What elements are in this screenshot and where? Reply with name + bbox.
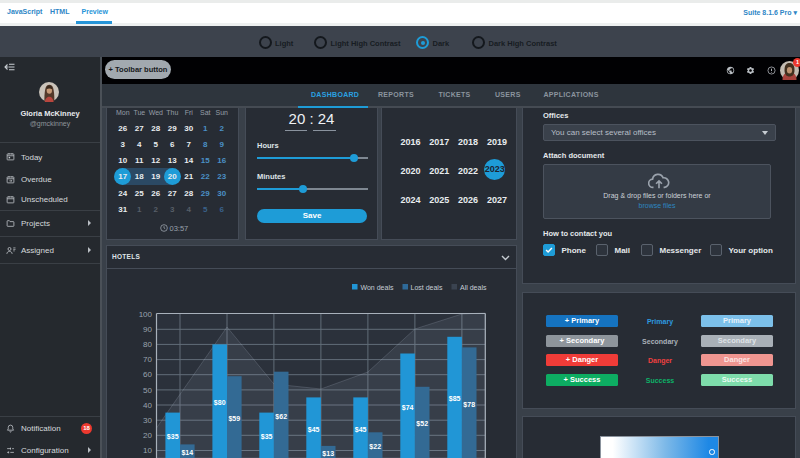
- svg-text:30: 30: [143, 416, 152, 425]
- svg-text:Lost deals: Lost deals: [411, 284, 443, 291]
- svg-text:$14: $14: [181, 449, 193, 457]
- svg-text:$78: $78: [463, 401, 475, 409]
- svg-text:$85: $85: [449, 395, 461, 403]
- svg-text:$74: $74: [402, 404, 414, 412]
- svg-text:$52: $52: [416, 420, 428, 428]
- svg-text:40: 40: [143, 401, 152, 410]
- svg-text:20: 20: [143, 431, 152, 440]
- svg-text:$62: $62: [275, 413, 287, 421]
- svg-text:$35: $35: [261, 433, 273, 441]
- svg-text:70: 70: [143, 355, 152, 364]
- svg-text:60: 60: [143, 370, 152, 379]
- svg-text:10: 10: [143, 446, 152, 455]
- svg-text:100: 100: [139, 310, 153, 319]
- svg-text:$59: $59: [228, 415, 240, 423]
- svg-text:90: 90: [143, 325, 152, 334]
- svg-text:$45: $45: [355, 426, 367, 434]
- svg-text:All deals: All deals: [460, 284, 487, 291]
- svg-text:$22: $22: [369, 443, 381, 451]
- svg-text:$45: $45: [308, 426, 320, 434]
- svg-text:$80: $80: [214, 399, 226, 407]
- svg-text:Won deals: Won deals: [361, 284, 394, 291]
- svg-text:$35: $35: [167, 433, 179, 441]
- svg-text:50: 50: [143, 386, 152, 395]
- svg-text:$13: $13: [322, 450, 334, 458]
- svg-text:80: 80: [143, 340, 152, 349]
